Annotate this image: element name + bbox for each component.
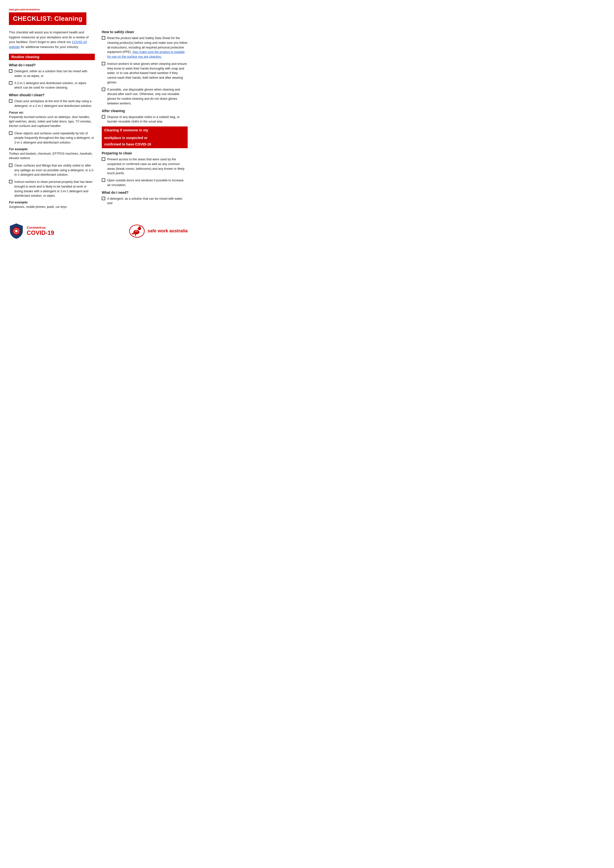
how-item-3: If possible, use disposable gloves when … bbox=[102, 87, 188, 106]
swa-kangaroo-icon bbox=[129, 224, 145, 238]
svg-point-7 bbox=[16, 229, 17, 230]
how-item-3-text: If possible, use disposable gloves when … bbox=[107, 87, 188, 106]
svg-point-10 bbox=[17, 231, 18, 232]
what-item-1-text: Detergent, either as a solution that can… bbox=[14, 69, 95, 78]
what-item-2-text: A 2-in-1 detergent and disinfectant solu… bbox=[14, 81, 95, 90]
covid-section-heading-line3: confirmed to have COVID-19 bbox=[102, 142, 188, 148]
when-should-i-clean-title: When should I clean? bbox=[9, 93, 95, 97]
what-do-i-need-title: What do I need? bbox=[9, 63, 95, 67]
when-item-4: Instruct workers to clean personal prope… bbox=[9, 180, 95, 198]
svg-point-23 bbox=[135, 231, 137, 232]
what-item-2: A 2-in-1 detergent and disinfectant solu… bbox=[9, 81, 95, 90]
swa-text: safe work australia bbox=[148, 228, 188, 234]
for-example-text-1: Trolleys and baskets, checkouts, EFTPOS … bbox=[9, 152, 95, 160]
after-cleaning-title: After cleaning bbox=[102, 109, 188, 113]
preparing-item-1: Prevent access to the areas that were us… bbox=[102, 157, 188, 176]
after-item-1-text: Dispose of any disposable cloths in a ru… bbox=[107, 115, 188, 124]
covid-section-heading-line1: Cleaning if someone in my bbox=[102, 126, 188, 134]
main-title-box: CHECKLIST: Cleaning bbox=[9, 12, 86, 25]
checkbox-2[interactable] bbox=[9, 81, 12, 85]
routine-cleaning-heading: Routine cleaning bbox=[9, 54, 95, 60]
checkbox-11[interactable] bbox=[102, 157, 105, 161]
footer: Coronavirus COVID-19 bbox=[9, 220, 188, 239]
what-do-i-need-title-2: What do I need? bbox=[102, 191, 188, 194]
left-column: This checklist will assist you to implem… bbox=[9, 30, 95, 212]
checkbox-6[interactable] bbox=[9, 180, 12, 183]
svg-point-8 bbox=[16, 232, 17, 233]
website-link[interactable]: swa.gov.au/coronavirus bbox=[9, 8, 188, 11]
svg-point-12 bbox=[17, 230, 17, 230]
swa-logo: safe work australia bbox=[129, 224, 188, 238]
checkbox-3[interactable] bbox=[9, 99, 12, 103]
svg-point-18 bbox=[139, 226, 141, 228]
for-example-label-1: For example: bbox=[9, 147, 95, 151]
covid19-label: COVID-19 bbox=[27, 229, 54, 236]
when-item-2-text: Clean objects and surfaces used repeated… bbox=[14, 131, 95, 145]
preparing-item-2-text: Open outside doors and windows if possib… bbox=[107, 178, 188, 188]
how-item-2: Instruct workers to wear gloves when cle… bbox=[102, 62, 188, 85]
preparing-item-1-text: Prevent access to the areas that were us… bbox=[107, 157, 188, 176]
when-item-1: Clean your workplace at the end of the w… bbox=[9, 99, 95, 108]
when-item-4-text: Instruct workers to clean personal prope… bbox=[14, 180, 95, 198]
covid-text-block: Coronavirus COVID-19 bbox=[27, 226, 54, 236]
checkbox-10[interactable] bbox=[102, 115, 105, 119]
preparing-title: Preparing to clean bbox=[102, 151, 188, 155]
svg-point-13 bbox=[15, 232, 16, 232]
checkbox-4[interactable] bbox=[9, 132, 12, 135]
when-item-3-text: Clean surfaces and fittings that are vis… bbox=[14, 163, 95, 177]
checkbox-8[interactable] bbox=[102, 62, 105, 65]
after-item-1: Dispose of any disposable cloths in a ru… bbox=[102, 115, 188, 124]
what-item-covid-1-text: A detergent, as a solution that can be m… bbox=[107, 197, 188, 206]
how-item-2-text: Instruct workers to wear gloves when cle… bbox=[107, 62, 188, 85]
svg-point-9 bbox=[15, 231, 16, 232]
when-item-1-text: Clean your workplace at the end of the w… bbox=[14, 99, 95, 108]
covid-section-heading-line2: workplace is suspected or bbox=[102, 134, 188, 142]
checkbox-12[interactable] bbox=[102, 178, 105, 182]
focus-on-text: Frequently touched surfaces such as tabl… bbox=[9, 115, 95, 128]
what-item-1: Detergent, either as a solution that can… bbox=[9, 69, 95, 78]
checkbox-1[interactable] bbox=[9, 69, 12, 73]
focus-on-label: Focus on: bbox=[9, 111, 95, 114]
when-item-2: Clean objects and surfaces used repeated… bbox=[9, 131, 95, 145]
svg-point-11 bbox=[15, 230, 16, 230]
checkbox-13[interactable] bbox=[102, 197, 105, 200]
how-to-safely-title: How to safely clean bbox=[102, 30, 188, 34]
intro-text: This checklist will assist you to implem… bbox=[9, 30, 95, 49]
checkbox-7[interactable] bbox=[102, 36, 105, 40]
for-example-label-2: For example: bbox=[9, 201, 95, 204]
checkbox-5[interactable] bbox=[9, 164, 12, 167]
when-item-3: Clean surfaces and fittings that are vis… bbox=[9, 163, 95, 177]
svg-rect-20 bbox=[138, 231, 138, 232]
checkbox-9[interactable] bbox=[102, 88, 105, 91]
coronavirus-label: Coronavirus bbox=[27, 226, 54, 229]
for-example-text-2: Sunglasses, mobile phones, ipads, car ke… bbox=[9, 205, 95, 209]
what-item-covid-1: A detergent, as a solution that can be m… bbox=[102, 197, 188, 206]
svg-point-14 bbox=[17, 232, 17, 232]
shield-icon bbox=[9, 223, 24, 239]
covid-logo: Coronavirus COVID-19 bbox=[9, 223, 54, 239]
right-column: How to safely clean Read the product lab… bbox=[102, 30, 188, 212]
preparing-item-2: Open outside doors and windows if possib… bbox=[102, 178, 188, 188]
how-item-1: Read the product label and Safety Data S… bbox=[102, 36, 188, 59]
how-item-1-text: Read the product label and Safety Data S… bbox=[107, 36, 188, 59]
